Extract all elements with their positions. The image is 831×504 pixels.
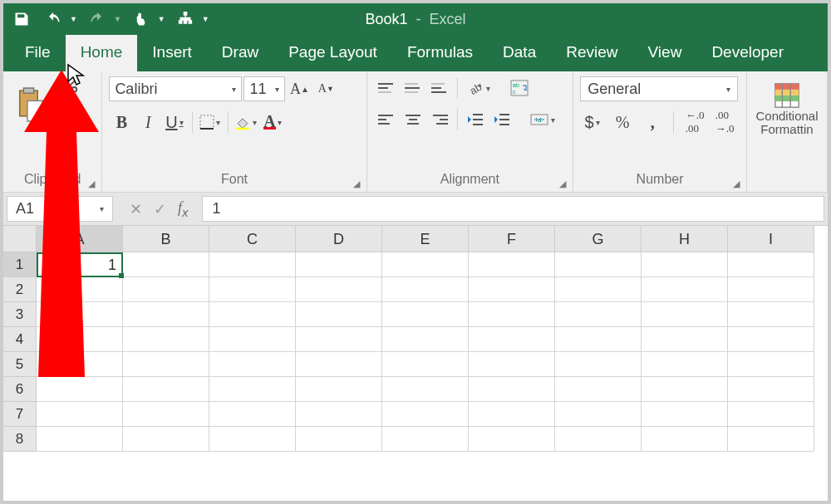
tab-formulas[interactable]: Formulas	[392, 35, 488, 71]
row-header-2[interactable]: 2	[3, 277, 37, 302]
cell[interactable]	[642, 402, 728, 427]
font-dialog-launcher[interactable]: ◢	[353, 179, 365, 190]
align-middle-button[interactable]	[401, 76, 425, 100]
cell[interactable]	[37, 302, 123, 327]
touch-dropdown[interactable]: ▼	[158, 15, 165, 23]
save-button[interactable]	[10, 7, 33, 31]
number-format-select[interactable]: General▾	[580, 76, 738, 101]
cell[interactable]	[123, 302, 209, 327]
align-top-button[interactable]	[374, 76, 399, 100]
tab-view[interactable]: View	[633, 35, 697, 71]
cell[interactable]	[209, 252, 296, 277]
qat-customize[interactable]: ▼	[202, 15, 209, 23]
cell[interactable]	[209, 402, 296, 427]
align-bottom-button[interactable]	[427, 76, 452, 100]
cell[interactable]	[469, 427, 555, 452]
number-dialog-launcher[interactable]: ◢	[733, 179, 745, 190]
decrease-decimal-button[interactable]: .00→.0	[712, 110, 737, 135]
cell[interactable]	[123, 252, 209, 277]
cell[interactable]	[209, 427, 296, 452]
cell[interactable]	[642, 327, 728, 352]
cell[interactable]	[296, 377, 382, 402]
redo-button[interactable]	[86, 7, 109, 31]
enter-formula-button[interactable]: ✓	[154, 200, 166, 218]
column-header-C[interactable]: C	[209, 226, 296, 252]
cell[interactable]	[123, 327, 209, 352]
cell[interactable]	[469, 352, 555, 377]
cell[interactable]	[469, 277, 555, 302]
cell[interactable]	[555, 352, 642, 377]
bold-button[interactable]: B	[109, 110, 134, 135]
alignment-dialog-launcher[interactable]: ◢	[559, 179, 571, 190]
increase-indent-button[interactable]	[489, 109, 514, 130]
cell[interactable]	[296, 327, 382, 352]
cell[interactable]	[37, 377, 123, 402]
row-header-4[interactable]: 4	[3, 327, 37, 352]
cell[interactable]	[209, 352, 296, 377]
cell[interactable]	[296, 427, 382, 452]
cell[interactable]	[728, 252, 814, 277]
font-name-select[interactable]: Calibri▾	[109, 76, 242, 101]
column-header-G[interactable]: G	[555, 226, 642, 252]
tab-home[interactable]: Home	[66, 35, 138, 71]
conditional-formatting-button[interactable]: ConditionalFormattin	[754, 76, 820, 141]
tab-page-layout[interactable]: Page Layout	[273, 35, 392, 71]
cell[interactable]	[555, 252, 642, 277]
cell[interactable]	[209, 377, 296, 402]
cell[interactable]	[642, 377, 728, 402]
row-header-5[interactable]: 5	[3, 352, 37, 377]
undo-dropdown[interactable]: ▼	[70, 15, 77, 23]
column-header-H[interactable]: H	[642, 226, 728, 252]
cell[interactable]	[642, 302, 728, 327]
column-header-A[interactable]: A	[37, 226, 123, 252]
cell[interactable]	[382, 327, 469, 352]
column-header-I[interactable]: I	[728, 226, 814, 252]
cell[interactable]	[296, 252, 382, 277]
cell[interactable]	[642, 277, 728, 302]
borders-button[interactable]: ▾	[198, 110, 223, 135]
insert-function-button[interactable]: fx	[178, 199, 189, 219]
cell[interactable]	[555, 302, 642, 327]
increase-decimal-button[interactable]: ←.0.00	[682, 110, 707, 135]
tab-review[interactable]: Review	[551, 35, 632, 71]
cell[interactable]	[382, 402, 469, 427]
cell[interactable]	[469, 252, 555, 277]
column-header-E[interactable]: E	[382, 226, 469, 252]
cell[interactable]	[642, 427, 728, 452]
fill-color-button[interactable]: ▾	[234, 110, 258, 135]
cell[interactable]	[382, 377, 469, 402]
font-size-select[interactable]: 11▾	[243, 76, 285, 101]
comma-format-button[interactable]: ,	[640, 110, 665, 135]
cell[interactable]	[555, 277, 642, 302]
cell[interactable]	[728, 427, 814, 452]
row-header-6[interactable]: 6	[3, 377, 37, 402]
orientation-button[interactable]: ab ▾	[463, 77, 494, 99]
cell[interactable]	[209, 327, 296, 352]
tab-data[interactable]: Data	[488, 35, 551, 71]
cell[interactable]	[469, 302, 555, 327]
increase-font-button[interactable]: A▲	[287, 76, 312, 101]
redo-dropdown[interactable]: ▼	[114, 15, 121, 23]
clipboard-dialog-launcher[interactable]: ◢	[88, 179, 100, 190]
row-header-7[interactable]: 7	[3, 402, 37, 427]
cell[interactable]	[296, 352, 382, 377]
cell[interactable]	[382, 252, 469, 277]
underline-button[interactable]: U▾	[162, 110, 187, 135]
cell[interactable]	[37, 402, 123, 427]
column-header-B[interactable]: B	[123, 226, 209, 252]
cell[interactable]	[382, 302, 469, 327]
cancel-formula-button[interactable]: ✕	[130, 200, 142, 218]
row-header-3[interactable]: 3	[3, 302, 37, 327]
merge-center-button[interactable]: a ▾	[526, 109, 559, 130]
cell[interactable]	[37, 352, 123, 377]
column-header-D[interactable]: D	[296, 226, 382, 252]
cell[interactable]	[728, 302, 814, 327]
cell[interactable]	[37, 277, 123, 302]
cell[interactable]	[728, 377, 814, 402]
undo-button[interactable]	[42, 7, 65, 31]
cell[interactable]	[123, 377, 209, 402]
copy-button[interactable]: ▾	[55, 103, 84, 125]
decrease-indent-button[interactable]	[463, 109, 488, 130]
cell[interactable]	[296, 277, 382, 302]
italic-button[interactable]: I	[135, 110, 160, 135]
